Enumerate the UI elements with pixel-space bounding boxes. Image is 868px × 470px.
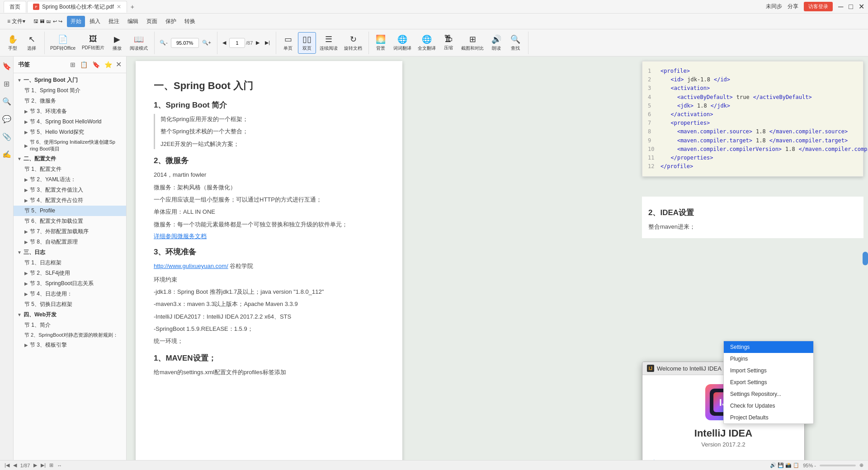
context-menu-check-updates[interactable]: Check for Updates <box>724 400 813 412</box>
word-translate-button[interactable]: 🌐 词词翻译 <box>391 33 414 53</box>
arrow-1-3: ▶ <box>24 109 28 114</box>
menu-file[interactable]: ≡ 文件▾ <box>4 16 29 27</box>
tree-item-2-1[interactable]: 节 1、配置文件 <box>14 164 126 174</box>
tree-item-2-5[interactable]: 节 5、Profile <box>14 206 126 216</box>
bookmarks-icon[interactable]: 🔖 <box>0 60 13 72</box>
menu-edit[interactable]: 编辑 <box>124 16 142 27</box>
menu-protect[interactable]: 保护 <box>162 16 180 27</box>
tree-item-3-5[interactable]: 节 5、切换日志框架 <box>14 299 126 310</box>
search-button[interactable]: 🔍 查找 <box>506 33 524 53</box>
last-page-button[interactable]: ▶| <box>263 38 272 47</box>
context-menu-settings[interactable]: Settings <box>724 341 813 353</box>
tree-item-2-3[interactable]: ▶节 3、配置文件值注入 <box>14 185 126 195</box>
zoom-in-button[interactable]: 🔍+ <box>200 38 213 47</box>
tree-item-1-6[interactable]: ▶节 6、使用Spring Initializer快速创建Sp ring Boo… <box>14 137 126 154</box>
status-page-nav-first[interactable]: |◀ <box>5 462 9 468</box>
sidebar-icon-2[interactable]: 📋 <box>79 60 89 69</box>
zoom-out-button[interactable]: 🔍- <box>157 38 170 47</box>
read-mode-button[interactable]: 📖 阅读模式 <box>127 33 151 53</box>
signature-icon[interactable]: ✍ <box>0 148 13 160</box>
tree-item-1-3[interactable]: ▶节 3、环境准备 <box>14 106 126 117</box>
tree-chapter-4[interactable]: ▼ 四、Web开发 <box>14 310 126 320</box>
pdf-section2-year: 2014，martin fowler <box>154 169 384 180</box>
select-tool-button[interactable]: ↖ 选择 <box>23 33 41 53</box>
pdf-to-office-button[interactable]: 📄 PDF转Office <box>47 33 78 53</box>
tab-add-button[interactable]: + <box>127 1 138 12</box>
tree-chapter-2[interactable]: ▼ 二、配置文件 <box>14 154 126 164</box>
tree-item-3-2[interactable]: ▶节 2、SLF4j使用 <box>14 268 126 278</box>
compare-button[interactable]: ⊞ 截图和对比 <box>458 33 486 53</box>
tree-item-4-1[interactable]: 节 1、简介 <box>14 320 126 330</box>
status-page-nav-prev[interactable]: ◀ <box>13 462 17 468</box>
tree-item-3-3[interactable]: ▶节 3、SpringBoot日志关系 <box>14 278 126 289</box>
context-menu-plugins[interactable]: Plugins <box>724 353 813 365</box>
window-restore[interactable]: □ <box>849 3 853 11</box>
context-menu-import-settings[interactable]: Import Settings <box>724 365 813 376</box>
background-button[interactable]: 🌅 背景 <box>372 33 390 53</box>
menu-convert[interactable]: 转换 <box>181 16 199 27</box>
tree-item-2-7[interactable]: ▶节 7、外部配置加载顺序 <box>14 226 126 237</box>
status-fit-width[interactable]: ↔ <box>57 463 62 468</box>
tree-chapter-1[interactable]: ▼ 一、Spring Boot 入门 <box>14 75 126 85</box>
prev-page-button[interactable]: ◀ <box>220 38 228 47</box>
read-button[interactable]: 🔊 朗读 <box>487 33 505 53</box>
tree-item-1-4[interactable]: ▶节 4、Spring Boot HelloWorld <box>14 117 126 127</box>
tree-item-3-4[interactable]: ▶节 4、日志使用： <box>14 289 126 299</box>
thumbnails-icon[interactable]: ⊞ <box>2 78 11 90</box>
full-translate-button[interactable]: 🌐 全文翻译 <box>415 33 439 53</box>
context-menu-project-defaults[interactable]: Project Defaults <box>724 412 813 423</box>
search-panel-icon[interactable]: 🔍 <box>0 95 13 108</box>
menu-start[interactable]: 开始 <box>67 16 85 27</box>
menu-insert[interactable]: 插入 <box>86 16 104 27</box>
tab-close-icon[interactable]: ✕ <box>117 4 121 10</box>
tab-home[interactable]: 首页 <box>4 1 26 13</box>
compress-button[interactable]: 🗜 压缩 <box>439 33 458 53</box>
double-page-button[interactable]: ▯▯ 双页 <box>298 32 316 54</box>
status-zoom-slider[interactable] <box>820 465 856 466</box>
continuous-button[interactable]: ☰ 连续阅读 <box>317 33 340 53</box>
next-page-button[interactable]: ▶ <box>254 38 262 47</box>
share-label[interactable]: 分享 <box>788 3 798 10</box>
tree-item-2-8[interactable]: ▶节 8、自动配置原理 <box>14 237 126 247</box>
context-menu-export-settings[interactable]: Export Settings <box>724 376 813 388</box>
create-project-button[interactable]: ⚙ Create New Project <box>651 457 795 460</box>
sidebar-icon-1[interactable]: ⊞ <box>69 60 76 69</box>
tree-item-2-2[interactable]: ▶节 2、YAML语法： <box>14 174 126 185</box>
sidebar-icon-3[interactable]: 🔖 <box>91 60 101 69</box>
zoom-input[interactable] <box>171 40 198 46</box>
pdf-to-image-button[interactable]: 🖼 PDF转图片 <box>79 33 107 53</box>
tree-item-4-2[interactable]: 节 2、SpringBoot对静态资源的映射规则： <box>14 330 126 340</box>
menu-page[interactable]: 页面 <box>143 16 161 27</box>
tree-item-1-5[interactable]: ▶节 5、Hello World探究 <box>14 127 126 137</box>
window-minimize[interactable]: ─ <box>838 3 843 11</box>
tree-chapter-3[interactable]: ▼ 三、日志 <box>14 247 126 258</box>
page-number-input[interactable] <box>229 38 245 48</box>
sidebar-close-button[interactable]: ✕ <box>116 60 122 69</box>
menu-comment[interactable]: 批注 <box>105 16 123 27</box>
play-button[interactable]: ▶ 播放 <box>108 33 126 53</box>
window-close[interactable]: ✕ <box>859 2 864 11</box>
rotate-button[interactable]: ↻ 旋转文档 <box>341 33 365 53</box>
attachment-icon[interactable]: 📎 <box>0 131 13 143</box>
pdf-microservice-link[interactable]: 详细参阅微服务文档 <box>154 233 207 240</box>
idea-version: Version 2017.2.2 <box>701 441 745 448</box>
hand-tool-button[interactable]: ✋ 手型 <box>4 33 22 53</box>
scroll-indicator[interactable] <box>863 252 868 265</box>
tree-item-1-1[interactable]: 节 1、Spring Boot 简介 <box>14 85 126 96</box>
tree-item-4-3[interactable]: ▶节 3、模板引擎 <box>14 340 126 350</box>
sidebar-icon-4[interactable]: ⭐ <box>104 60 113 69</box>
tree-item-3-1[interactable]: 节 1、日志框架 <box>14 258 126 268</box>
content-area: 一、Spring Boot 入门 1、Spring Boot 简介 简化Spri… <box>127 56 868 460</box>
single-page-button[interactable]: ▭ 单页 <box>279 33 297 53</box>
context-menu-settings-repo[interactable]: Settings Repository... <box>724 388 813 400</box>
status-fit-page[interactable]: ⊞ <box>49 462 53 468</box>
status-zoom-fit[interactable]: ⊕ <box>859 462 863 468</box>
tree-item-2-4[interactable]: ▶节 4、配置文件占位符 <box>14 195 126 206</box>
status-page-nav-next[interactable]: ▶ <box>33 462 37 468</box>
guest-login-button[interactable]: 访客登录 <box>804 2 833 11</box>
tree-item-1-2[interactable]: 节 2、微服务 <box>14 96 126 106</box>
tree-item-2-6[interactable]: 节 6、配置文件加载位置 <box>14 216 126 226</box>
status-page-nav-last[interactable]: ▶| <box>41 462 46 468</box>
tab-pdf[interactable]: P Spring Boot核心技术-笔记.pdf ✕ <box>27 1 127 13</box>
comment-panel-icon[interactable]: 💬 <box>0 113 13 125</box>
